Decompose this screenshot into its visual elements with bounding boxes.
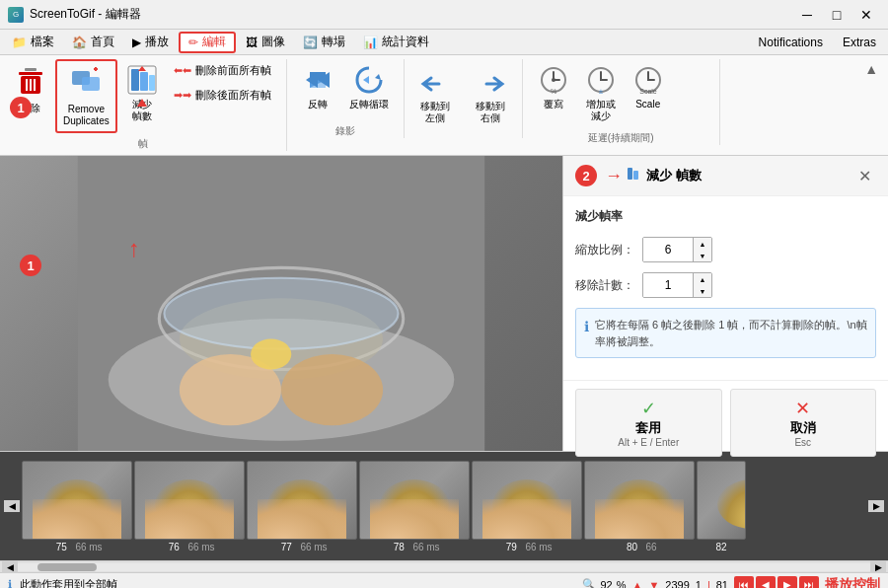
playback-label: 播放控制 — [825, 576, 880, 589]
status-text: 此動作套用到全部幀 — [20, 577, 117, 588]
move-left-button[interactable]: 移動到左側 — [412, 65, 458, 129]
close-button[interactable]: ✕ — [852, 5, 880, 25]
film-frame-75[interactable]: 75 66 ms — [22, 461, 132, 552]
cancel-x-icon: ✕ — [795, 398, 810, 419]
panel-arrow-icon: → — [605, 166, 623, 186]
frame-separator: | — [707, 579, 710, 589]
remove-count-input-group: ▲ ▼ — [642, 272, 712, 298]
film-label-76: 76 66 ms — [164, 542, 214, 552]
reduce-frames-button[interactable]: 減少幀數 — [119, 59, 165, 127]
film-thumb-75 — [22, 461, 132, 540]
frame-image — [0, 156, 562, 451]
overwrite-button[interactable]: % 覆寫 — [531, 59, 576, 115]
reverse-loop-icon — [353, 64, 385, 99]
remove-count-input[interactable] — [643, 273, 693, 297]
scroll-track — [18, 563, 870, 571]
move-left-label: 移動到左側 — [420, 101, 450, 124]
apply-check-icon: ✓ — [641, 398, 656, 419]
edit-icon: ✏ — [188, 36, 198, 49]
scrollbar-horizontal: ◀ ▶ — [0, 560, 888, 572]
increase-button[interactable]: ± 增加或減少 — [578, 59, 624, 127]
move-buttons-row: 移動到左側 移動到右側 — [412, 65, 513, 129]
thumb-hands-80 — [595, 499, 684, 539]
delete-after-button[interactable]: ➡➡ 刪除後面所有幀 — [167, 84, 278, 107]
nav-prev-button[interactable]: ◀ — [756, 576, 776, 589]
title-bar-left: G ScreenToGif - 編輯器 — [8, 6, 141, 23]
remove-count-up-button[interactable]: ▲ — [694, 273, 711, 285]
nav-next-button[interactable]: ▶ — [777, 576, 797, 589]
menu-stats[interactable]: 📊 統計資料 — [355, 32, 437, 53]
move-right-button[interactable]: 移動到右側 — [468, 65, 513, 129]
main-area: 1 ↑ 2 → 減少 幀數 ✕ 減少幀率 縮放比例： — [0, 156, 888, 452]
notifications-btn[interactable]: Notifications — [751, 34, 831, 51]
film-frame-77[interactable]: 77 66 ms — [247, 461, 357, 552]
zoom-up-button[interactable]: ▲ — [694, 238, 711, 250]
remove-duplicates-button[interactable]: RemoveDuplicates — [55, 59, 117, 133]
ribbon-col-buttons: ⬅⬅ 刪除前面所有幀 ➡➡ 刪除後面所有幀 — [167, 59, 278, 107]
transition-icon: 🔄 — [303, 36, 318, 49]
scroll-left-arrow[interactable]: ◀ — [2, 561, 18, 573]
extras-btn[interactable]: Extras — [835, 34, 884, 51]
film-frame-82[interactable]: 82 — [697, 461, 746, 552]
zoom-icon-status: 🔍 — [582, 578, 596, 588]
frame-ms-77: 66 ms — [300, 542, 327, 552]
menu-transition[interactable]: 🔄 轉場 — [295, 32, 353, 53]
frame-num-82: 82 — [711, 542, 731, 552]
film-frame-76[interactable]: 76 66 ms — [134, 461, 245, 552]
menu-image[interactable]: 🖼 圖像 — [238, 32, 293, 53]
reverse-loop-button[interactable]: 反轉循環 — [342, 59, 396, 115]
nav-last-button[interactable]: ⏭ — [799, 576, 819, 589]
panel-close-button[interactable]: ✕ — [852, 164, 876, 187]
menu-play[interactable]: ▶ 播放 — [124, 32, 177, 53]
svg-rect-12 — [140, 72, 148, 91]
delete-after-label: 刪除後面所有幀 — [195, 88, 271, 103]
film-label-75: 75 66 ms — [51, 542, 102, 552]
reverse-button[interactable]: 反轉 — [295, 59, 340, 115]
remove-duplicates-icon — [70, 65, 102, 104]
badge-1: 1 — [10, 97, 32, 118]
zoom-input[interactable] — [643, 238, 693, 261]
frame-panel: 1 ↑ — [0, 156, 562, 451]
scale-icon: Scale — [632, 64, 664, 99]
remove-count-row: 移除計數： ▲ ▼ — [575, 272, 876, 298]
info-icon-status: ℹ — [8, 578, 12, 588]
menu-home[interactable]: 🏠 首頁 — [64, 32, 122, 53]
cancel-button[interactable]: ✕ 取消 Esc — [730, 389, 877, 457]
reverse-label: 反轉 — [308, 99, 328, 110]
ribbon-group-delay: % 覆寫 ± 增加或減少 — [523, 59, 720, 145]
minimize-button[interactable]: ─ — [793, 5, 821, 25]
filmstrip-scroll-right[interactable]: ▶ — [868, 500, 884, 512]
nav-first-button[interactable]: ⏮ — [734, 576, 754, 589]
side-panel: 2 → 減少 幀數 ✕ 減少幀率 縮放比例： ▲ ▼ — [562, 156, 888, 451]
svg-point-25 — [164, 278, 398, 349]
apply-shortcut: Alt + E / Enter — [618, 437, 679, 448]
zoom-input-group: ▲ ▼ — [642, 237, 712, 262]
svg-text:%: % — [551, 88, 556, 95]
maximize-button[interactable]: □ — [823, 5, 851, 25]
remove-count-label: 移除計數： — [575, 277, 634, 294]
film-label-78: 78 66 ms — [389, 542, 439, 552]
ribbon-collapse-button[interactable]: ▲ — [862, 59, 880, 79]
menu-file[interactable]: 📁 檔案 — [4, 32, 62, 53]
svg-rect-11 — [131, 69, 139, 91]
remove-count-down-button[interactable]: ▼ — [694, 285, 711, 297]
filmstrip-scroll-left[interactable]: ◀ — [4, 500, 20, 512]
apply-button[interactable]: ✓ 套用 Alt + E / Enter — [575, 389, 722, 457]
scale-button[interactable]: Scale Scale — [626, 59, 671, 115]
film-thumb-79 — [472, 461, 582, 540]
move-right-icon — [475, 70, 506, 101]
ribbon-nav-buttons: 移動到左側 移動到右側 — [412, 59, 514, 134]
film-frame-79[interactable]: 79 66 ms — [472, 461, 582, 552]
scroll-right-arrow[interactable]: ▶ — [870, 561, 886, 573]
film-thumb-78 — [359, 461, 470, 540]
film-frame-78[interactable]: 78 66 ms — [359, 461, 470, 552]
delete-before-button[interactable]: ⬅⬅ 刪除前面所有幀 — [167, 59, 278, 82]
increase-label: 增加或減少 — [586, 99, 616, 122]
menu-edit[interactable]: ✏ 編輯 — [179, 32, 236, 53]
scroll-thumb[interactable] — [37, 563, 97, 571]
app-icon: G — [8, 7, 24, 23]
zoom-down-button[interactable]: ▼ — [694, 250, 711, 261]
film-frame-80[interactable]: 80 66 — [584, 461, 695, 552]
title-bar: G ScreenToGif - 編輯器 ─ □ ✕ — [0, 0, 888, 30]
svg-rect-1 — [25, 68, 37, 71]
